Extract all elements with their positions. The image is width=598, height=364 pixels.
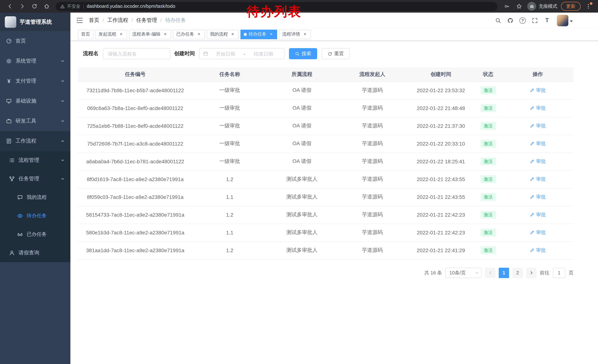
sidebar-item-done-tasks[interactable]: 已办任务 xyxy=(0,225,70,244)
sidebar-item-dev-tools[interactable]: 研发工具 xyxy=(0,111,70,131)
tab[interactable]: 发起流程 × xyxy=(95,29,127,39)
collapse-sidebar-icon[interactable] xyxy=(76,17,83,24)
cell-create-time: 2022-01-21 22:42:23 xyxy=(407,224,474,242)
approve-link[interactable]: 审批 xyxy=(530,140,546,147)
approve-label: 审批 xyxy=(536,176,546,183)
approve-link[interactable]: 审批 xyxy=(530,176,546,183)
browser-menu-button[interactable] xyxy=(583,1,593,11)
cell-action: 审批 xyxy=(502,170,573,188)
tab-close-icon[interactable]: × xyxy=(119,32,124,37)
sidebar-item-infrastructure[interactable]: 基础设施 xyxy=(0,91,70,111)
end-date-input[interactable] xyxy=(246,51,281,57)
password-manager-button[interactable] xyxy=(502,1,512,11)
table-row: 8f0d1619-7ac8-11ec-a9e2-a2380e71991a 1.2… xyxy=(78,170,573,188)
approve-link[interactable]: 审批 xyxy=(530,194,546,200)
tab[interactable]: 已办任务 × xyxy=(173,29,205,39)
table-row: 381aa1dd-7ac8-11ec-a9e2-a2380e71991a 1.2… xyxy=(78,242,573,259)
workflow-submenu: 流程管理 任务管理 我的流程 待办任务 xyxy=(0,151,70,262)
browser-forward-button[interactable] xyxy=(17,1,27,11)
breadcrumb-item-workflow[interactable]: 工作流程 xyxy=(99,17,128,24)
goto-page-input[interactable] xyxy=(553,267,565,278)
address-bar[interactable]: 不安全 dashboard.yudao.iocoder.cn/bpm/task/… xyxy=(56,2,498,11)
page-button-2[interactable]: 2 xyxy=(512,267,523,278)
browser-back-button[interactable] xyxy=(5,1,15,11)
cell-initiator: 芋道源码 xyxy=(337,188,407,206)
cell-create-time: 2022-01-22 21:48:48 xyxy=(407,99,474,117)
tab[interactable]: 流程表单-编辑 × xyxy=(129,29,171,39)
header-search-button[interactable] xyxy=(492,13,504,28)
tab[interactable]: 流程详情 × xyxy=(279,29,311,39)
cell-status: 激活 xyxy=(474,188,502,206)
edit-icon xyxy=(530,123,535,128)
cell-task-name: 一级审批 xyxy=(193,135,267,153)
cell-action: 审批 xyxy=(502,242,573,259)
sidebar-item-todo-tasks[interactable]: 待办任务 xyxy=(0,207,70,225)
approve-link[interactable]: 审批 xyxy=(530,211,546,218)
user-avatar-dropdown[interactable] xyxy=(557,15,573,26)
sidebar-item-system-mgmt[interactable]: 系统管理 xyxy=(0,51,70,71)
help-button[interactable]: ? xyxy=(516,13,529,28)
cell-action: 审批 xyxy=(502,99,573,117)
status-badge: 激活 xyxy=(480,122,496,130)
search-button[interactable]: 搜索 xyxy=(289,48,317,59)
omnibox-divider xyxy=(83,4,84,9)
approve-link[interactable]: 审批 xyxy=(530,105,546,112)
logo-avatar-image xyxy=(5,16,16,28)
sidebar-item-label: 请假查询 xyxy=(18,250,65,256)
tab-close-icon[interactable]: × xyxy=(302,32,307,37)
approve-link[interactable]: 审批 xyxy=(530,229,546,236)
cell-create-time: 2022-01-21 22:41:29 xyxy=(407,242,474,259)
breadcrumb-item-home[interactable]: 首页 xyxy=(89,17,99,24)
sidebar-item-workflow[interactable]: 工作流程 xyxy=(0,131,70,151)
tab-close-icon[interactable]: × xyxy=(163,32,168,37)
cell-process: 测试多审批人 xyxy=(267,206,337,224)
github-link[interactable] xyxy=(504,13,516,28)
page-button-1[interactable]: 1 xyxy=(499,267,509,278)
bookmark-button[interactable] xyxy=(514,1,524,11)
edit-icon xyxy=(530,88,535,93)
tab-close-icon[interactable]: × xyxy=(230,32,235,37)
security-label: 不安全 xyxy=(67,3,80,9)
fullscreen-button[interactable] xyxy=(529,13,541,28)
date-range-picker[interactable]: - xyxy=(199,48,284,59)
approve-label: 审批 xyxy=(536,211,546,218)
security-chip[interactable]: 不安全 xyxy=(60,3,80,9)
cell-task-id: 8f0d1619-7ac8-11ec-a9e2-a2380e71991a xyxy=(78,170,193,188)
breadcrumb-item-task-mgmt[interactable]: 任务管理 xyxy=(128,17,157,24)
page-size-value: 10条/页 xyxy=(449,269,466,276)
tab-close-icon[interactable]: × xyxy=(196,32,201,37)
cell-initiator: 芋道源码 xyxy=(337,153,407,170)
sidebar-item-label: 任务管理 xyxy=(18,176,57,182)
column-process: 所属流程 xyxy=(267,67,337,81)
sidebar-item-leave-query[interactable]: 请假查询 xyxy=(0,244,70,262)
approve-link[interactable]: 审批 xyxy=(530,122,546,129)
tab[interactable]: 我的流程 × xyxy=(207,29,239,39)
cell-initiator: 芋道源码 xyxy=(337,81,407,99)
sidebar-item-payment-mgmt[interactable]: ¥ 支付管理 xyxy=(0,71,70,91)
browser-reload-button[interactable] xyxy=(29,1,39,11)
start-date-input[interactable] xyxy=(208,51,243,57)
reset-button[interactable]: 重置 xyxy=(322,48,350,59)
app-logo[interactable]: 芋道管理系统 xyxy=(0,13,70,31)
browser-home-button[interactable] xyxy=(42,1,51,11)
sidebar-item-process-mgmt[interactable]: 流程管理 xyxy=(0,151,70,170)
sidebar-item-task-mgmt[interactable]: 任务管理 xyxy=(0,170,70,188)
tab-label: 待办任务 xyxy=(249,31,266,37)
tab[interactable]: 待办任务 × xyxy=(241,29,277,39)
sidebar-item-home[interactable]: 首页 xyxy=(0,31,70,51)
font-size-button[interactable]: T xyxy=(541,13,553,28)
approve-link[interactable]: 审批 xyxy=(530,247,546,254)
tab[interactable]: 首页 xyxy=(78,29,93,39)
page-size-select[interactable]: 10条/页 xyxy=(445,267,482,278)
prev-page-button[interactable] xyxy=(485,267,495,278)
tab-close-icon[interactable]: × xyxy=(269,32,274,37)
sidebar-item-my-process[interactable]: 我的流程 xyxy=(0,188,70,207)
process-name-input[interactable] xyxy=(103,48,170,59)
cell-process: 测试多审批人 xyxy=(267,224,337,242)
approve-link[interactable]: 审批 xyxy=(530,87,546,94)
user-avatar xyxy=(557,15,568,26)
next-page-button[interactable] xyxy=(526,267,537,278)
approve-link[interactable]: 审批 xyxy=(530,158,546,165)
browser-update-button[interactable]: 更新 xyxy=(561,2,581,11)
cell-create-time: 2022-01-21 22:43:55 xyxy=(407,188,474,206)
